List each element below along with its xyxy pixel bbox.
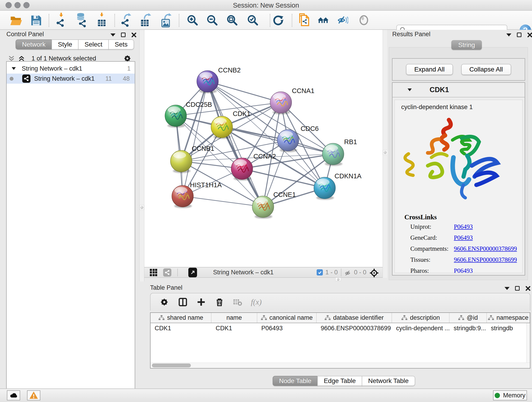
gene-entry-panel: CDK1 cyclin-dependent kinase 1 [392, 82, 525, 275]
table-cell[interactable]: CDK1 [151, 323, 211, 333]
import-network-button[interactable] [54, 13, 68, 27]
table-panel-close-icon[interactable] [525, 286, 531, 291]
export-image-button[interactable] [159, 13, 173, 27]
toolbar-separator [49, 14, 49, 27]
expand-all-button[interactable]: Expand All [406, 64, 453, 75]
crosslink-link[interactable]: P06493 [454, 223, 473, 230]
memory-label: Memory [503, 392, 526, 399]
refresh-button[interactable] [271, 13, 285, 27]
results-panel-close-icon[interactable] [527, 32, 532, 38]
node-label-CCNA2: CCNA2 [253, 153, 276, 160]
import-table-button[interactable] [95, 13, 109, 27]
collapse-all-button[interactable]: Collapse All [461, 64, 511, 75]
string-results-container: Expand All Collapse All CDK1 cyclin-depe… [389, 47, 528, 280]
table-cell[interactable]: stringdb [487, 323, 530, 333]
crosslink-link[interactable]: 9606.ENSP00000378699 [454, 245, 517, 252]
table-cell[interactable]: CDK1 [211, 323, 257, 333]
tab-network[interactable]: Network [16, 39, 52, 50]
table-panel-float-icon[interactable] [515, 286, 520, 291]
control-panel-float-icon[interactable] [121, 32, 126, 37]
tab-edge-table[interactable]: Edge Table [317, 376, 362, 386]
hidden-eye-icon[interactable] [344, 270, 351, 278]
network-node-RB1[interactable]: RB1 [322, 138, 357, 166]
import-database-button[interactable] [74, 13, 89, 27]
control-panel-close-icon[interactable] [131, 32, 137, 38]
string-home-button[interactable] [316, 13, 330, 27]
tab-style[interactable]: Style [51, 39, 79, 50]
column-header-name[interactable]: name [211, 313, 257, 323]
hide-glass-icon[interactable] [336, 13, 351, 27]
table-panel-menu-icon[interactable] [505, 287, 510, 290]
crosslink-link[interactable]: P06493 [454, 234, 473, 241]
open-session-button[interactable] [9, 13, 23, 27]
show-columns-icon[interactable] [178, 297, 188, 307]
selected-nodes-checkbox[interactable] [317, 269, 323, 275]
zoom-in-button[interactable] [185, 13, 200, 27]
export-network-button[interactable] [119, 13, 133, 27]
table-row[interactable]: CDK1CDK1P064939606.ENSP00000378699cyclin… [151, 323, 530, 333]
network-collection-row[interactable]: String Network – cdk1 1 [7, 64, 135, 74]
tab-node-table[interactable]: Node Table [273, 376, 318, 386]
left-splitter[interactable] [139, 30, 144, 281]
toolbar-separator [179, 14, 179, 27]
delete-column-icon[interactable] [215, 297, 224, 307]
table-horizontal-scrollbar[interactable] [151, 363, 530, 368]
zoom-fit-button[interactable] [225, 13, 239, 27]
column-tree-icon [458, 315, 464, 321]
table-cell[interactable]: stringdb:9... [450, 323, 487, 333]
network-node-CCNE1[interactable]: CCNE1 [252, 191, 296, 219]
left-splitter-handle[interactable] [139, 205, 144, 210]
tab-sets[interactable]: Sets [108, 39, 134, 50]
export-table-button[interactable] [139, 13, 153, 27]
network-edge-CCNB2-CCNA1[interactable] [208, 81, 281, 102]
zoom-out-button[interactable] [205, 13, 219, 27]
tab-select[interactable]: Select [78, 39, 109, 50]
table-options-gear-icon[interactable] [159, 297, 169, 307]
network-row[interactable]: String Network – cdk1 11 48 [7, 74, 135, 84]
horizontal-splitter-handle[interactable] [336, 278, 341, 281]
table-cell[interactable]: 9606.ENSP00000378699 [317, 323, 392, 333]
table-cell[interactable]: P06493 [257, 323, 317, 333]
column-header--id[interactable]: @id [450, 313, 487, 323]
share-document-button[interactable] [297, 13, 311, 27]
right-splitter-handle[interactable] [383, 150, 387, 155]
column-header-description[interactable]: description [392, 313, 450, 323]
control-panel-menu-icon[interactable] [110, 33, 115, 36]
network-canvas[interactable]: CCNB2CCNA1CDC25BCDK1CDC6RB1CCNB1CCNA2CDK… [144, 30, 383, 267]
zoom-selected-button[interactable] [246, 13, 260, 27]
network-node-CDKN1A[interactable]: CDKN1A [314, 172, 361, 200]
network-node-HIST1H1A[interactable]: HIST1H1A [172, 181, 222, 208]
delete-table-icon[interactable] [233, 298, 242, 307]
network-edge-HIST1H1A-CCNE1[interactable] [183, 196, 263, 207]
column-header-canonical-name[interactable]: canonical name [257, 313, 317, 323]
tab-network-table[interactable]: Network Table [362, 376, 415, 386]
crosslink-link[interactable]: 9606.ENSP00000378699 [454, 256, 517, 263]
column-label: database identifier [333, 314, 384, 321]
warning-status-button[interactable] [27, 390, 40, 400]
scrollbar-thumb[interactable] [152, 364, 191, 367]
toolbar-separator [292, 14, 292, 27]
tab-string[interactable]: String [451, 40, 482, 50]
detach-view-button[interactable] [188, 268, 197, 277]
table-cell[interactable]: cyclin-dependent ... [392, 323, 450, 333]
save-session-button[interactable] [29, 13, 43, 27]
column-header-namespace[interactable]: namespace [487, 313, 530, 323]
view-grid-icon[interactable] [150, 269, 157, 276]
function-builder-icon[interactable]: f(x) [251, 298, 262, 306]
column-header-shared-name[interactable]: shared name [151, 313, 211, 323]
view-network-icon[interactable] [163, 268, 171, 277]
results-panel-menu-icon[interactable] [506, 33, 511, 36]
results-panel-float-icon[interactable] [517, 32, 521, 37]
network-edge-CCNB2-HIST1H1A[interactable] [183, 81, 208, 196]
crosslink-link[interactable]: P06493 [454, 267, 473, 273]
table-vertical-scrollbar[interactable] [526, 323, 530, 363]
memory-button[interactable]: Memory [493, 390, 527, 400]
cloud-status-button[interactable] [7, 390, 20, 400]
network-node-CCNA1[interactable]: CCNA1 [270, 87, 314, 114]
show-eye-icon[interactable] [357, 13, 371, 27]
column-header-database-identifier[interactable]: database identifier [317, 313, 392, 323]
gene-collapse-icon[interactable] [408, 89, 412, 91]
add-column-icon[interactable] [196, 297, 206, 307]
gene-entry-header[interactable]: CDK1 [393, 83, 525, 97]
collection-expand-icon[interactable] [12, 67, 16, 70]
